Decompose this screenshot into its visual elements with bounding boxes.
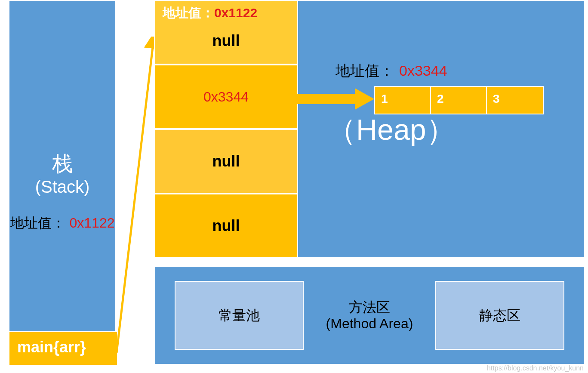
constant-pool: 常量池 — [175, 281, 304, 350]
inner-array-address: 地址值：0x3344 — [336, 61, 447, 81]
stack-address: 地址值：0x1122 — [9, 214, 115, 233]
stack-address-label: 地址值： — [10, 215, 65, 231]
outer-array: null 0x3344 null null 地址值：0x1122 — [154, 0, 298, 259]
arrow-stack-to-array — [114, 37, 157, 355]
outer-array-address-value: 0x1122 — [214, 6, 257, 20]
outer-array-cell-1: 0x3344 — [154, 65, 298, 129]
outer-array-cell-2: null — [154, 129, 298, 194]
inner-array-address-value: 0x3344 — [399, 62, 447, 79]
stack-address-value: 0x1122 — [70, 215, 115, 231]
inner-array-cell-2: 3 — [487, 87, 543, 114]
inner-array-address-label: 地址值： — [336, 62, 394, 79]
outer-array-cell-3: null — [154, 194, 298, 258]
watermark: https://blog.csdn.net/kyou_kunn — [487, 364, 584, 372]
stack-frame-main: main{arr} — [9, 331, 118, 366]
static-area: 静态区 — [435, 281, 564, 350]
svg-line-0 — [117, 40, 154, 353]
method-area-title-en: (Method Area) — [326, 315, 413, 332]
inner-array-cell-1: 2 — [431, 87, 487, 114]
stack-title-en: (Stack) — [9, 176, 115, 197]
outer-array-address-label: 地址值： — [163, 6, 214, 20]
stack-panel: 栈 (Stack) 地址值：0x1122 main{arr} — [9, 0, 116, 366]
stack-frame-main-label: main{arr} — [17, 338, 86, 356]
method-area-title: 方法区 (Method Area) — [326, 299, 413, 332]
outer-array-address: 地址值：0x1122 — [155, 4, 297, 22]
heap-title: （Heap） — [327, 111, 456, 150]
stack-title-cn: 栈 — [9, 151, 115, 176]
method-area-title-cn: 方法区 — [326, 299, 413, 315]
heap-panel: null 0x3344 null null 地址值：0x1122 地址值：0x3… — [154, 0, 585, 258]
inner-array-cell-0: 1 — [375, 87, 431, 114]
method-area-panel: 常量池 方法区 (Method Area) 静态区 — [154, 266, 585, 365]
stack-title: 栈 (Stack) — [9, 151, 115, 197]
